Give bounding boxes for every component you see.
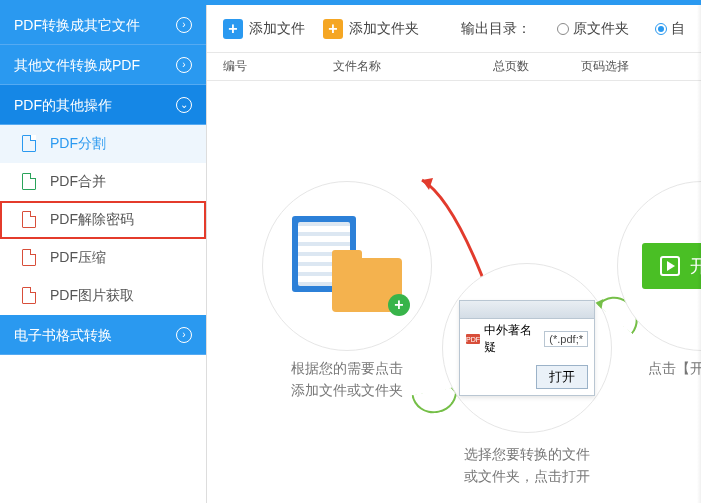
chevron-right-icon: › (176, 17, 192, 33)
radio-label: 原文件夹 (573, 20, 629, 38)
sidebar-section-convert-to-pdf[interactable]: 其他文件转换成PDF › (0, 45, 206, 85)
chevron-right-icon: › (176, 57, 192, 73)
sidebar: PDF转换成其它文件 › 其他文件转换成PDF › PDF的其他操作 ⌄ PDF… (0, 5, 207, 503)
plus-icon: + (323, 19, 343, 39)
doc-icon (22, 173, 36, 190)
radio-original-folder[interactable]: 原文件夹 (557, 20, 629, 38)
sidebar-section-ebook-convert[interactable]: 电子书格式转换 › (0, 315, 206, 355)
sidebar-item-label: PDF解除密码 (50, 211, 134, 229)
button-label: 开始转 (690, 254, 701, 278)
sidebar-section-pdf-other-ops[interactable]: PDF的其他操作 ⌄ (0, 85, 206, 125)
step3-caption: 点击【开始转换 (607, 357, 701, 379)
col-header: 文件名称 (333, 58, 493, 75)
svg-marker-0 (422, 178, 433, 190)
button-label: 添加文件夹 (349, 20, 419, 38)
open-dialog-mock: PDF 中外著名疑 (*.pdf;* 打开 (459, 300, 595, 396)
radio-custom-folder[interactable]: 自 (655, 20, 685, 38)
sidebar-item-label: PDF图片获取 (50, 287, 134, 305)
col-header: 页码选择 (581, 58, 701, 75)
dialog-filter: (*.pdf;* (544, 331, 588, 347)
plus-icon: + (388, 294, 410, 316)
doc-icon (22, 135, 36, 152)
sidebar-item-pdf-remove-password[interactable]: PDF解除密码 (0, 201, 206, 239)
radio-icon (557, 23, 569, 35)
section-label: 电子书格式转换 (14, 315, 112, 355)
col-header: 总页数 (493, 58, 581, 75)
section-label: PDF的其他操作 (14, 85, 112, 125)
sidebar-item-pdf-compress[interactable]: PDF压缩 (0, 239, 206, 277)
main-panel: + 添加文件 + 添加文件夹 输出目录： 原文件夹 自 编号 文件名称 总页数 … (207, 5, 701, 503)
folders-illustration: + + (292, 216, 402, 316)
sidebar-item-label: PDF压缩 (50, 249, 106, 267)
table-header: 编号 文件名称 总页数 页码选择 (207, 53, 701, 81)
doc-icon (22, 211, 36, 228)
sidebar-item-pdf-split[interactable]: PDF分割 (0, 125, 206, 163)
radio-icon (655, 23, 667, 35)
radio-label: 自 (671, 20, 685, 38)
open-button[interactable]: 打开 (536, 365, 588, 389)
section-label: 其他文件转换成PDF (14, 45, 140, 85)
sidebar-item-pdf-merge[interactable]: PDF合并 (0, 163, 206, 201)
sidebar-item-pdf-extract-images[interactable]: PDF图片获取 (0, 277, 206, 315)
sidebar-item-label: PDF分割 (50, 135, 106, 153)
start-convert-button[interactable]: 开始转 (642, 243, 701, 289)
chevron-down-icon: ⌄ (176, 97, 192, 113)
guide-stage: + + 根据您的需要点击 添加文件或文件夹 PDF 中外著名疑 (*.pdf;* (207, 95, 701, 503)
step1-circle: + + (262, 181, 432, 351)
toolbar: + 添加文件 + 添加文件夹 输出目录： 原文件夹 自 (207, 5, 701, 53)
step1-caption: 根据您的需要点击 添加文件或文件夹 (262, 357, 432, 402)
add-folder-button[interactable]: + 添加文件夹 (323, 19, 419, 39)
doc-icon (22, 287, 36, 304)
col-header: 编号 (223, 58, 333, 75)
sidebar-section-pdf-convert-out[interactable]: PDF转换成其它文件 › (0, 5, 206, 45)
output-dir-label: 输出目录： (461, 20, 531, 38)
step2-caption: 选择您要转换的文件 或文件夹，点击打开 (432, 443, 622, 488)
pdf-icon: PDF (466, 334, 480, 344)
doc-icon (22, 249, 36, 266)
button-label: 添加文件 (249, 20, 305, 38)
dialog-filename: 中外著名疑 (484, 322, 540, 356)
step2-circle: PDF 中外著名疑 (*.pdf;* 打开 (442, 263, 612, 433)
sidebar-item-label: PDF合并 (50, 173, 106, 191)
chevron-right-icon: › (176, 327, 192, 343)
play-icon (660, 256, 680, 276)
section-label: PDF转换成其它文件 (14, 5, 140, 45)
plus-icon: + (223, 19, 243, 39)
add-file-button[interactable]: + 添加文件 (223, 19, 305, 39)
